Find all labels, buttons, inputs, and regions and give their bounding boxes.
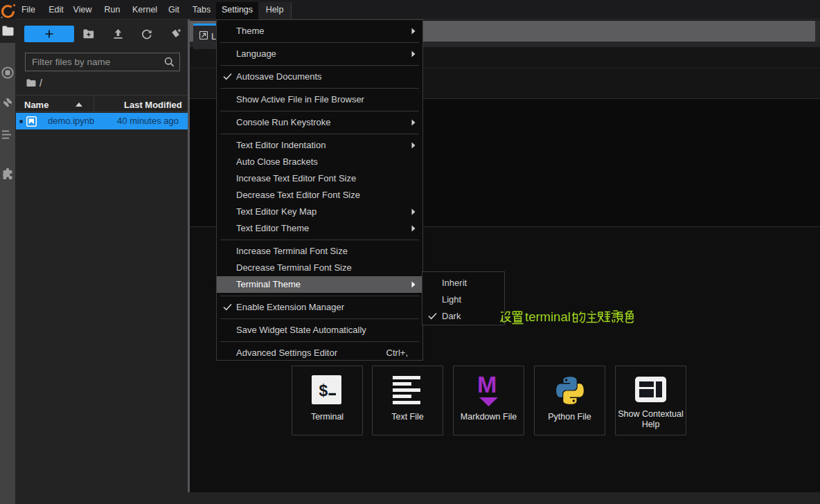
svg-text:$: $	[319, 383, 328, 401]
svg-text:terminal: terminal	[525, 309, 571, 324]
svg-text:M: M	[478, 374, 497, 397]
